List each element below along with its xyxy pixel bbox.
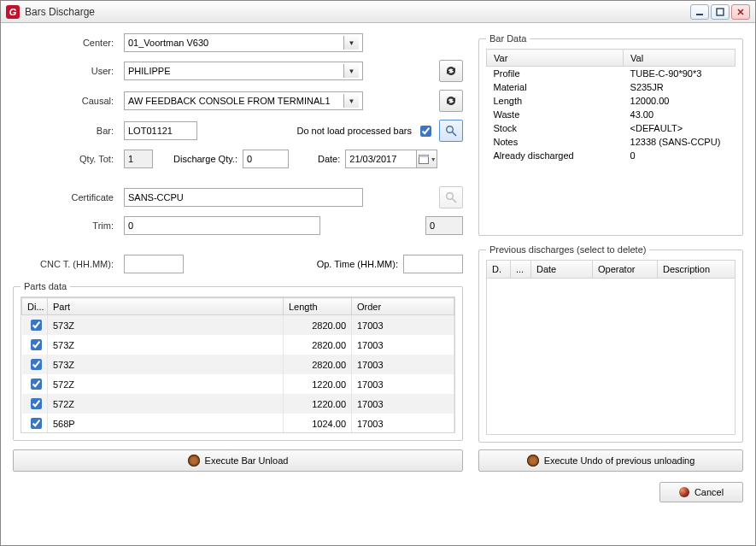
svg-rect-5 [419,156,428,158]
close-button[interactable] [731,4,750,20]
content-area: Center: 01_Voortman V630 ▼ User: PHILIPP… [1,23,755,545]
bar-data-row[interactable]: Notes12338 (SANS-CCPU) [487,135,735,149]
bar-data-col-var[interactable]: Var [487,50,624,67]
parts-col-order[interactable]: Order [352,298,454,315]
chevron-down-icon[interactable]: ▼ [343,36,359,50]
user-label: User: [13,66,119,76]
minimize-icon [695,8,704,16]
window-frame: G Bars Discharge Center: 01_Voortman V63… [0,0,756,546]
cancel-button[interactable]: Cancel [659,482,743,502]
row-checkbox[interactable] [31,398,42,409]
svg-line-7 [453,199,457,203]
center-label: Center: [13,38,119,48]
refresh-causal-button[interactable] [439,90,463,112]
cancel-icon [679,487,689,497]
causal-label: Causal: [13,96,119,106]
gear-icon [188,455,200,467]
bar-data-title: Bar Data [486,33,530,44]
qty-tot-label: Qty. Tot: [13,154,119,164]
refresh-user-button[interactable] [439,60,463,82]
bar-data-row[interactable]: Already discharged0 [487,149,735,162]
op-time-label: Op. Time (HH.MM): [317,259,398,269]
calendar-icon [418,153,430,165]
cancel-label: Cancel [694,487,724,497]
parts-col-length[interactable]: Length [284,298,352,315]
maximize-button[interactable] [711,4,730,20]
bar-data-row[interactable]: MaterialS235JR [487,80,735,94]
chevron-down-icon[interactable]: ▼ [343,64,359,78]
trim-input[interactable] [124,216,320,235]
certificate-input[interactable] [124,188,363,207]
table-row[interactable]: 573Z2820.0017003 [22,355,454,374]
discharge-qty-label: Discharge Qty.: [173,154,237,164]
causal-select[interactable]: AW FEEDBACK CONSOLE FROM TERMINAL1 ▼ [124,91,363,110]
refresh-icon [444,94,458,108]
svg-rect-0 [696,14,703,15]
bar-data-row[interactable]: Waste43.00 [487,108,735,121]
table-row[interactable]: 572Z1220.0017003 [22,374,454,394]
cnc-t-label: CNC T. (HH.MM): [13,259,119,269]
parts-col-di[interactable]: Di... [22,298,48,315]
search-certificate-button[interactable] [439,186,463,208]
search-bar-button[interactable] [439,120,463,142]
execute-undo-label: Execute Undo of previous unloading [544,455,695,466]
prev-col-d[interactable]: D. [487,261,511,278]
prev-col-operator[interactable]: Operator [593,261,658,278]
discharge-qty-input[interactable] [243,150,289,168]
titlebar: G Bars Discharge [1,1,755,23]
execute-unload-button[interactable]: Execute Bar Unload [13,449,463,472]
table-row[interactable]: 572Z1220.0017003 [22,394,454,414]
bar-data-group: Bar Data Var Val ProfileTUBE-C-90*90*3Ma… [478,33,743,236]
parts-col-part[interactable]: Part [48,298,284,315]
date-picker-button[interactable]: ▼ [417,150,437,168]
row-checkbox[interactable] [31,320,42,331]
bar-input[interactable] [124,121,197,140]
center-select[interactable]: 01_Voortman V630 ▼ [124,33,363,52]
execute-undo-button[interactable]: Execute Undo of previous unloading [478,449,743,472]
row-checkbox[interactable] [31,379,42,390]
row-checkbox[interactable] [31,339,42,350]
parts-table: Di... Part Length Order 573Z2820.0017003… [21,297,454,433]
svg-line-3 [453,132,457,137]
parts-title: Parts data [21,281,70,291]
table-row[interactable]: 568P1024.0017003 [22,414,454,433]
prev-col-date[interactable]: Date [531,261,593,278]
processed-checkbox[interactable] [420,126,431,137]
bar-data-row[interactable]: Stock<DEFAULT> [487,121,735,135]
bar-label: Bar: [13,126,119,136]
table-row[interactable]: 573Z2820.0017003 [22,315,454,336]
chevron-down-icon[interactable]: ▼ [343,94,359,108]
cnc-t-input[interactable] [124,255,184,273]
gear-icon [527,455,539,467]
execute-unload-label: Execute Bar Unload [205,455,289,466]
user-select[interactable]: PHILIPPE ▼ [124,62,363,80]
search-icon [444,124,458,138]
prev-col-desc[interactable]: Description [658,261,735,278]
qty-tot-input [124,150,153,168]
prev-title: Previous discharges (select to delete) [486,244,649,255]
processed-label: Do not load processed bars [296,126,412,136]
bar-data-row[interactable]: ProfileTUBE-C-90*90*3 [487,67,735,81]
svg-rect-1 [717,9,724,15]
maximize-icon [716,8,724,16]
date-label: Date: [318,154,340,164]
op-time-input[interactable] [403,255,463,273]
prev-table[interactable]: D. ... Date Operator Description [486,260,735,435]
close-icon [736,8,745,16]
app-icon: G [6,5,20,19]
refresh-icon [444,64,458,78]
trim2-input [425,216,463,235]
row-checkbox[interactable] [31,418,42,429]
date-input[interactable] [345,150,417,168]
prev-col-dots[interactable]: ... [511,261,531,278]
bar-data-col-val[interactable]: Val [624,50,735,67]
table-row[interactable]: 573Z2820.0017003 [22,335,454,355]
certificate-label: Certificate [13,192,119,203]
trim-label: Trim: [13,220,119,231]
row-checkbox[interactable] [31,359,42,370]
bar-data-row[interactable]: Length12000.00 [487,94,735,108]
minimize-button[interactable] [690,4,709,20]
search-icon [444,191,458,204]
parts-group: Parts data Di... Part Length Order [13,281,463,441]
svg-point-6 [447,193,454,200]
